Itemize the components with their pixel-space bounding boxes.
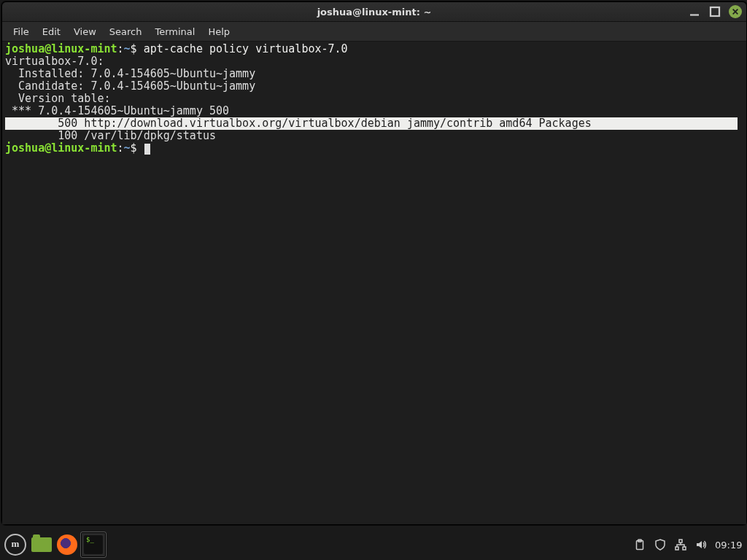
menu-help[interactable]: Help — [201, 24, 236, 39]
system-tray: 09:19 — [633, 538, 743, 551]
terminal-viewport[interactable]: joshua@linux-mint:~$ apt-cache policy vi… — [2, 42, 746, 524]
terminal-icon: $_ — [84, 535, 103, 554]
terminal-task-button[interactable]: $_ — [80, 532, 107, 558]
window-controls — [688, 2, 742, 21]
terminal-window: joshua@linux-mint: ~ File Edit View Sear… — [1, 1, 747, 525]
terminal-cursor — [144, 144, 150, 155]
prompt-path: ~ — [124, 42, 131, 55]
menu-edit[interactable]: Edit — [36, 24, 67, 39]
maximize-button[interactable] — [708, 5, 721, 18]
network-icon[interactable] — [674, 538, 687, 551]
files-launcher[interactable] — [109, 532, 134, 557]
menu-file[interactable]: File — [7, 24, 36, 39]
start-menu-button[interactable]: m — [4, 534, 26, 556]
shield-icon[interactable] — [654, 538, 667, 551]
mint-logo-icon: m — [12, 538, 20, 550]
menu-search[interactable]: Search — [103, 24, 149, 39]
prompt-path-2: ~ — [124, 141, 131, 155]
output-installed: Installed: 7.0.4-154605~Ubuntu~jammy — [5, 67, 255, 80]
prompt-user-host: joshua@linux-mint — [5, 42, 117, 55]
svg-rect-8 — [683, 547, 686, 550]
output-version-table: Version table: — [5, 92, 111, 105]
window-title: joshua@linux-mint: ~ — [317, 7, 432, 18]
taskbar: m $_ 09:19 — [0, 529, 747, 560]
prompt-sigil-2: $ — [131, 141, 137, 155]
minimize-button[interactable] — [688, 5, 701, 18]
firefox-launcher[interactable] — [57, 534, 77, 555]
panel-clock[interactable]: 09:19 — [715, 540, 743, 551]
svg-rect-6 — [679, 540, 682, 542]
output-source-highlighted: 500 http://download.virtualbox.org/virtu… — [5, 117, 738, 130]
prompt-user-host-2: joshua@linux-mint — [5, 141, 117, 155]
command-line-1: apt-cache policy virtualbox-7.0 — [144, 42, 348, 55]
titlebar[interactable]: joshua@linux-mint: ~ — [2, 2, 746, 22]
output-package: virtualbox-7.0: — [5, 55, 104, 68]
close-button[interactable] — [729, 5, 742, 18]
menu-view[interactable]: View — [67, 24, 103, 39]
menu-terminal[interactable]: Terminal — [148, 24, 201, 39]
clipboard-icon[interactable] — [633, 538, 646, 551]
prompt-sep-2: : — [117, 141, 124, 155]
prompt-sigil: $ — [131, 42, 137, 55]
taskbar-left: m $_ — [4, 532, 134, 558]
svg-rect-1 — [711, 7, 719, 16]
output-version-line: *** 7.0.4-154605~Ubuntu~jammy 500 — [5, 104, 229, 117]
prompt-sep: : — [117, 42, 124, 55]
output-candidate: Candidate: 7.0.4-154605~Ubuntu~jammy — [5, 79, 255, 93]
files-icon — [31, 537, 52, 552]
output-status: 100 /var/lib/dpkg/status — [5, 129, 216, 142]
menubar: File Edit View Search Terminal Help — [2, 22, 746, 42]
volume-icon[interactable] — [694, 538, 708, 551]
svg-rect-7 — [676, 547, 678, 550]
show-desktop-button[interactable] — [29, 532, 54, 557]
